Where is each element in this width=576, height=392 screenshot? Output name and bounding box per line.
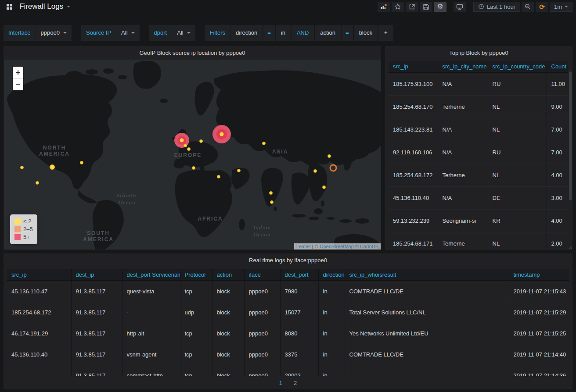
variable-interface: Interface pppoe0 <box>4 25 72 41</box>
world-map[interactable]: NORTH AMERICAEUROPEASIAAFRICASOUTH AMERI… <box>4 60 381 249</box>
add-panel-button[interactable] <box>378 2 390 12</box>
logs-panel-title[interactable]: Real time logs by iface:pppoe0 <box>4 253 572 267</box>
table-cell: 15077 <box>280 302 318 323</box>
map-marker-small[interactable] <box>187 148 191 151</box>
table-cell: pppoe0 <box>244 302 280 323</box>
map-marker-small[interactable] <box>192 167 195 170</box>
filter-segment-4[interactable]: action <box>315 25 341 41</box>
map-marker-small[interactable] <box>270 201 274 204</box>
share-button[interactable] <box>406 2 418 12</box>
legend-item: 2–5 <box>14 225 33 233</box>
column-header-dest_port-servicename[interactable]: dest_port Servicename <box>122 269 180 281</box>
table-cell: Terherne <box>438 95 488 118</box>
pagination-page-2[interactable]: 2 <box>294 380 297 386</box>
column-header-dest_port[interactable]: dest_port <box>280 269 318 281</box>
table-cell: tcp <box>180 281 212 302</box>
column-header-dest_ip[interactable]: dest_ip <box>71 269 122 281</box>
dport-select[interactable]: All <box>172 25 195 41</box>
time-range-picker[interactable]: Last 1 hour <box>473 2 520 12</box>
star-button[interactable] <box>392 2 404 12</box>
column-header-src_ip[interactable]: src_ip <box>7 269 71 281</box>
title-caret-icon <box>67 6 70 7</box>
map-marker-small[interactable] <box>21 166 24 169</box>
table-cell: 91.3.85.117 <box>71 344 122 365</box>
column-header-action[interactable]: action <box>212 269 244 281</box>
variable-dport: dport All <box>149 25 195 41</box>
map-marker-small[interactable] <box>323 186 326 189</box>
save-button[interactable] <box>420 2 432 12</box>
map-marker-small[interactable] <box>270 192 273 195</box>
refresh-interval-picker[interactable]: 1m <box>550 2 572 12</box>
interface-value: pppoe0 <box>41 25 60 41</box>
table-cell: COMTRADE LLC/DE <box>345 344 509 365</box>
table-cell: 2019-11-07 21:15:43 <box>509 281 569 302</box>
table-cell: udp <box>180 302 212 323</box>
column-header-src_ip_whoisresult[interactable]: src_ip_whoisresult <box>345 269 509 281</box>
leaflet-link[interactable]: Leaflet <box>296 244 311 249</box>
map-marker-small[interactable] <box>328 155 331 158</box>
table-row: 91.3.85.117commtact-httptcpblockpppoe020… <box>7 365 569 376</box>
top-ip-panel-title[interactable]: Top ip Block by pppoe0 <box>385 46 572 60</box>
table-cell: pppoe0 <box>244 365 280 376</box>
filter-segment-5[interactable]: = <box>342 25 353 41</box>
table-row: 185.254.68.17291.3.85.117-udpblockpppoe0… <box>7 302 569 323</box>
table-cell: KR <box>488 209 547 232</box>
map-marker-small[interactable] <box>238 169 241 172</box>
settings-button[interactable]: ⚙ <box>434 2 446 12</box>
geoip-map-panel: GeoIP Block source ip location by pppoe0 <box>4 46 381 250</box>
map-marker-small[interactable] <box>314 170 317 173</box>
table-cell: 185.143.223.81 <box>389 118 438 141</box>
osm-link[interactable]: © OpenStreetMap <box>315 244 354 249</box>
map-marker-small[interactable] <box>80 161 83 164</box>
filter-segment-2[interactable]: in <box>276 25 291 41</box>
table-cell: 45.136.110.40 <box>389 186 438 209</box>
dashboard-title[interactable]: Firewall Logs <box>19 2 70 11</box>
filter-segment-3[interactable]: AND <box>292 25 314 41</box>
tv-mode-button[interactable] <box>454 2 466 12</box>
map-marker-small[interactable] <box>217 175 220 178</box>
refresh-button[interactable]: ⟳ <box>536 2 548 12</box>
table-cell: 91.3.85.117 <box>71 323 122 344</box>
zoom-out-button-map[interactable]: − <box>13 78 23 90</box>
pagination-page-1[interactable]: 1 <box>279 380 282 386</box>
table-row: 45.136.110.4791.3.85.117quest-vistatcpbl… <box>7 281 569 302</box>
interface-select[interactable]: pppoe0 <box>36 25 72 41</box>
add-panel-icon <box>380 4 387 10</box>
column-header-src_ip_country_code[interactable]: src_ip_country_code <box>488 61 547 72</box>
map-marker-small[interactable] <box>263 142 266 145</box>
panel-resize-handle[interactable] <box>568 245 572 249</box>
column-header-count[interactable]: Count <box>547 61 568 72</box>
filter-segment-0[interactable]: direction <box>230 25 263 41</box>
source-ip-value: All <box>121 25 127 41</box>
top-ip-scrollbar[interactable] <box>569 71 572 246</box>
column-header-direction[interactable]: direction <box>318 269 345 281</box>
table-cell: block <box>212 323 244 344</box>
map-marker-medium[interactable] <box>50 165 55 170</box>
legend-item: 5+ <box>14 233 33 241</box>
carto-link[interactable]: © CartoDB <box>355 244 378 249</box>
zoom-out-button[interactable] <box>522 2 534 12</box>
map-marker-small[interactable] <box>36 182 39 185</box>
source-ip-select[interactable]: All <box>116 25 139 41</box>
add-filter-button[interactable]: + <box>378 25 393 41</box>
table-cell: N/A <box>438 72 488 95</box>
attribution-separator: | <box>312 244 313 249</box>
scrollbar-thumb[interactable] <box>569 71 572 200</box>
table-cell: 92.119.160.106 <box>389 141 438 164</box>
map-panel-title[interactable]: GeoIP Block source ip location by pppoe0 <box>4 46 381 60</box>
column-header-src_ip_city_name[interactable]: src_ip_city_name <box>438 61 488 72</box>
column-header-timestamp[interactable]: timestamp <box>509 269 569 281</box>
table-cell: tcp <box>180 323 212 344</box>
column-header-iface[interactable]: iface <box>244 269 280 281</box>
map-marker-large[interactable] <box>212 125 231 143</box>
zoom-in-button[interactable]: + <box>13 67 23 78</box>
filter-segment-6[interactable]: block <box>354 25 378 41</box>
map-marker-small[interactable] <box>184 144 187 147</box>
chevron-down-icon <box>131 32 135 34</box>
map-marker-small[interactable] <box>200 140 203 143</box>
apps-menu-icon[interactable] <box>4 1 15 12</box>
legend-item: < 2 <box>14 217 33 225</box>
column-header-protocol[interactable]: Protocol <box>180 269 212 281</box>
filter-segment-1[interactable]: = <box>263 25 275 41</box>
column-header-src_ip[interactable]: src_ip <box>389 61 438 72</box>
